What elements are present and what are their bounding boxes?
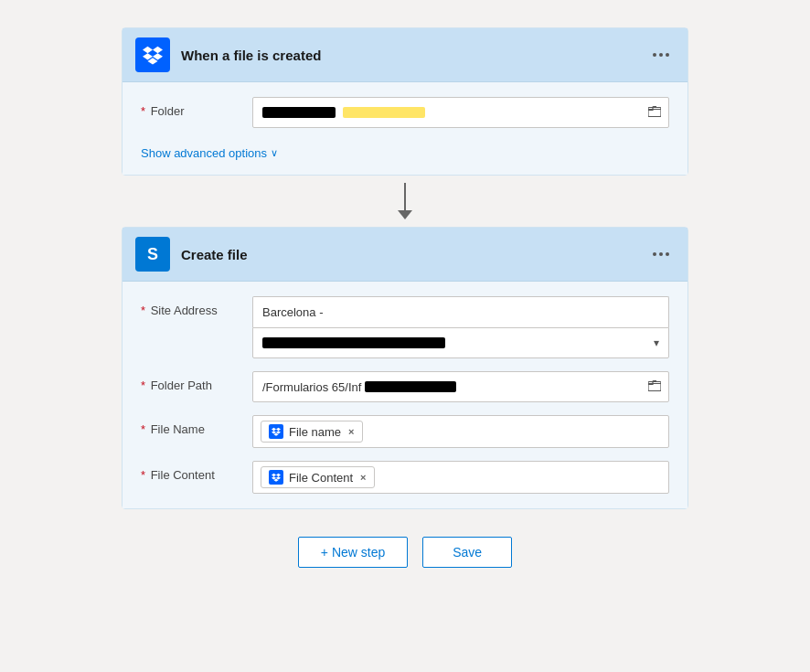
site-address-top-text: Barcelona -	[262, 305, 323, 319]
action-icon: S	[135, 237, 170, 272]
file-name-dropbox-icon	[272, 427, 281, 436]
folder-browse-icon[interactable]	[648, 105, 661, 121]
site-dropdown-arrow-icon[interactable]: ▾	[654, 336, 659, 349]
trigger-card-menu[interactable]	[647, 49, 675, 60]
folder-required-star: *	[141, 104, 145, 118]
folder-path-input[interactable]: /Formularios 65/Inf	[252, 371, 669, 402]
ellipsis-dot-1	[653, 53, 656, 57]
file-name-chip: File name ×	[261, 421, 363, 443]
ellipsis-dot-2	[659, 53, 663, 57]
site-url-redacted	[262, 337, 445, 348]
advanced-link-text[interactable]: Show advanced options ∨	[141, 146, 278, 160]
site-address-wrapper: Barcelona - ▾	[252, 296, 669, 358]
action-card: S Create file * Site Address Barcelona -	[122, 227, 688, 509]
connector-line	[404, 183, 406, 210]
folder-path-required-star: *	[141, 379, 145, 392]
trigger-card-body: * Folder Show	[123, 82, 687, 175]
folder-redacted-highlight	[343, 107, 425, 118]
folder-path-icon-svg	[648, 379, 661, 392]
site-address-row: * Site Address Barcelona - ▾	[141, 296, 669, 358]
action-card-menu[interactable]	[647, 249, 675, 260]
site-address-bottom[interactable]: ▾	[252, 327, 669, 358]
trigger-card: When a file is created * Folder	[122, 27, 688, 176]
folder-redacted-1	[262, 107, 336, 118]
folder-icon-svg	[648, 105, 661, 118]
folder-label: * Folder	[141, 97, 241, 118]
folder-path-row: * Folder Path /Formularios 65/Inf	[141, 371, 669, 402]
site-address-label: * Site Address	[141, 296, 241, 317]
folder-path-browse-icon[interactable]	[648, 379, 661, 395]
dropbox-svg-icon	[143, 45, 163, 65]
ellipsis-dot-3	[666, 53, 669, 57]
file-content-chip-label: File Content	[289, 471, 353, 485]
file-content-label: * File Content	[141, 461, 241, 482]
trigger-icon	[135, 37, 170, 72]
save-button[interactable]: Save	[422, 537, 512, 568]
action-card-title: Create file	[181, 247, 636, 262]
file-content-chip-icon	[269, 470, 283, 485]
bottom-actions: + New step Save	[298, 537, 512, 568]
folder-path-label: * Folder Path	[141, 371, 241, 392]
action-ellipsis-3	[666, 252, 669, 256]
folder-path-redacted	[365, 381, 456, 392]
trigger-card-title: When a file is created	[181, 48, 636, 63]
file-name-chip-icon	[269, 424, 283, 439]
folder-path-prefix: /Formularios 65/Inf	[262, 380, 361, 394]
file-name-required-star: *	[141, 422, 145, 436]
site-address-top[interactable]: Barcelona -	[252, 296, 669, 327]
file-content-dropbox-icon	[272, 473, 281, 482]
advanced-options-link[interactable]: Show advanced options ∨	[141, 141, 669, 160]
action-card-header: S Create file	[123, 228, 687, 282]
file-name-chip-field[interactable]: File name ×	[252, 415, 669, 448]
file-name-row: * File Name File name ×	[141, 415, 669, 448]
file-content-required-star: *	[141, 468, 145, 482]
new-step-button[interactable]: + New step	[298, 537, 408, 568]
trigger-card-header: When a file is created	[123, 28, 687, 82]
action-ellipsis-2	[659, 252, 663, 256]
connector-arrowhead	[398, 210, 412, 219]
sharepoint-letter: S	[147, 245, 158, 264]
file-name-chip-label: File name	[289, 425, 341, 439]
file-name-label: * File Name	[141, 415, 241, 436]
file-content-chip: File Content ×	[261, 466, 375, 488]
file-content-chip-field[interactable]: File Content ×	[252, 461, 669, 494]
advanced-link-label: Show advanced options	[141, 146, 267, 160]
site-required-star: *	[141, 304, 145, 317]
file-content-chip-close[interactable]: ×	[360, 472, 366, 483]
file-content-row: * File Content File Content ×	[141, 461, 669, 494]
action-ellipsis-1	[653, 252, 656, 256]
connector-arrow	[398, 183, 412, 219]
chevron-down-icon: ∨	[271, 147, 278, 159]
file-name-chip-close[interactable]: ×	[348, 426, 354, 437]
folder-input[interactable]	[252, 97, 669, 128]
action-card-body: * Site Address Barcelona - ▾ * Folder Pa…	[123, 282, 687, 508]
folder-field-row: * Folder	[141, 97, 669, 128]
